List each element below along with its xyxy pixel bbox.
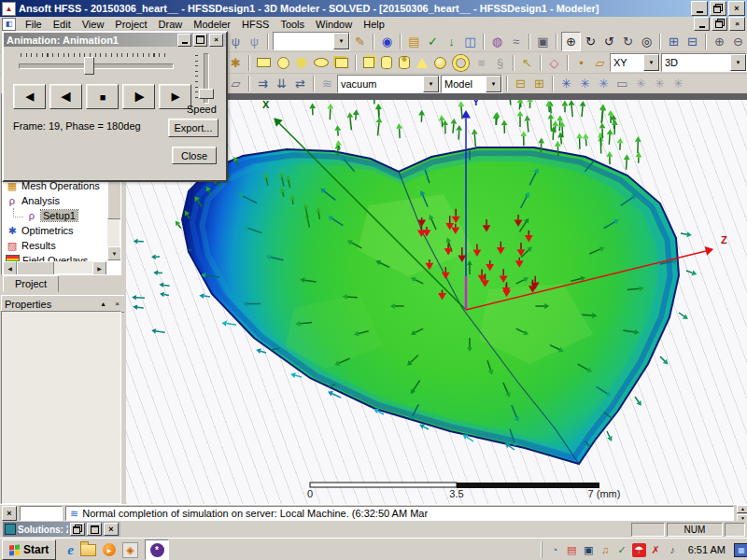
cs-combobox[interactable]: XY▼ bbox=[610, 53, 660, 72]
profile-icon[interactable]: ▤ bbox=[405, 33, 423, 50]
zoom-out-icon[interactable]: ⊖ bbox=[729, 33, 747, 50]
stop-button[interactable]: ■ bbox=[86, 84, 119, 109]
step-forward-button[interactable]: |▶ bbox=[122, 84, 155, 109]
offset-icon[interactable]: ▭ bbox=[613, 75, 631, 92]
tray-printer-error-icon[interactable]: ✗ bbox=[649, 543, 663, 557]
menu-draw[interactable]: Draw bbox=[153, 17, 189, 31]
tray-config-icon[interactable]: ◔ bbox=[548, 543, 562, 557]
solutions-close-button[interactable]: × bbox=[104, 523, 119, 536]
polyhedron-icon[interactable]: ◇ bbox=[545, 54, 563, 72]
tree-horizontal-scrollbar[interactable]: ◀ ▶ bbox=[3, 261, 106, 273]
zoom-original-icon[interactable]: ◎ bbox=[638, 33, 655, 50]
menu-modeler[interactable]: Modeler bbox=[188, 17, 236, 31]
menu-edit[interactable]: Edit bbox=[48, 17, 77, 31]
subtract-icon[interactable]: ⊟ bbox=[512, 75, 529, 92]
draw-plane-icon[interactable]: ▱ bbox=[591, 54, 609, 72]
tray-sound-icon[interactable]: ♪ bbox=[666, 543, 680, 557]
sweep-icon[interactable]: ≋ bbox=[318, 75, 336, 92]
analyze-all-icon[interactable]: ↓ bbox=[443, 33, 460, 50]
tray-antivirus-icon[interactable]: ☂ bbox=[632, 543, 646, 557]
close-message-window-button[interactable]: × bbox=[2, 506, 17, 521]
draw-spiral-icon[interactable]: § bbox=[491, 54, 509, 72]
solutions-minimized-window[interactable]: Solutions: 2... × bbox=[3, 522, 120, 537]
plot-icon[interactable]: ≈ bbox=[507, 33, 525, 50]
tray-removable-icon[interactable]: ✓ bbox=[615, 543, 629, 557]
chevron-down-icon[interactable]: ▼ bbox=[730, 54, 746, 71]
rotate-axis-icon[interactable]: ↺ bbox=[600, 33, 618, 50]
start-button[interactable]: Start bbox=[2, 539, 56, 560]
restore-button[interactable] bbox=[710, 1, 726, 16]
media-player-launcher-icon[interactable]: ▶ bbox=[103, 543, 116, 556]
close-panel-icon[interactable]: × bbox=[111, 299, 123, 310]
align-x-icon[interactable]: ✳ bbox=[632, 75, 650, 92]
tab-project[interactable]: Project bbox=[3, 275, 59, 292]
validation-icon[interactable]: ◉ bbox=[378, 33, 396, 50]
scroll-left-button[interactable]: ◀ bbox=[3, 261, 17, 275]
zoom-in-rect-icon[interactable]: ⊞ bbox=[665, 33, 683, 50]
chevron-down-icon[interactable]: ▼ bbox=[643, 54, 659, 71]
draw-circle-icon[interactable] bbox=[277, 57, 289, 69]
solution-data-icon[interactable]: ◫ bbox=[461, 33, 479, 50]
tree-vertical-scrollbar[interactable]: ▼ bbox=[107, 176, 120, 260]
rotate-copy-icon[interactable]: ✳ bbox=[576, 75, 594, 92]
menu-hfss[interactable]: HFSS bbox=[236, 17, 275, 31]
zoom-in-icon[interactable]: ⊕ bbox=[711, 33, 728, 50]
draw-tube-icon[interactable] bbox=[399, 56, 410, 69]
menu-help[interactable]: Help bbox=[358, 17, 390, 31]
scale-icon[interactable]: ✳ bbox=[595, 75, 613, 92]
scroll-down-button[interactable]: ▼ bbox=[107, 246, 121, 260]
folder-launcher-icon[interactable] bbox=[80, 544, 96, 556]
menu-view[interactable]: View bbox=[77, 17, 110, 31]
frame-slider[interactable] bbox=[19, 63, 174, 69]
mirror-icon[interactable]: ⇄ bbox=[291, 75, 309, 92]
child-close-button[interactable]: × bbox=[729, 17, 745, 31]
close-dialog-button[interactable]: Close bbox=[172, 147, 217, 164]
pan-icon[interactable]: ⊕ bbox=[561, 32, 581, 51]
scrollbar-thumb[interactable] bbox=[107, 176, 121, 219]
draw-ellipse-icon[interactable] bbox=[314, 58, 329, 67]
tree-item-analysis[interactable]: ρAnalysis bbox=[2, 193, 120, 208]
field-overlay-icon[interactable]: ◍ bbox=[488, 33, 506, 50]
collapse-panel-icon[interactable]: ▴ bbox=[97, 299, 109, 310]
draw-cylinder-icon[interactable] bbox=[381, 56, 392, 69]
dialog-minimize-button[interactable] bbox=[177, 34, 191, 47]
draw-polygon-icon[interactable] bbox=[296, 58, 307, 68]
grid-plane-icon[interactable]: ▱ bbox=[227, 75, 245, 92]
view-combobox[interactable]: 3D▼ bbox=[661, 53, 747, 72]
solutions-restore-button[interactable] bbox=[70, 523, 85, 536]
step-back-button[interactable]: ◀| bbox=[49, 84, 82, 109]
align-y-icon[interactable]: ✳ bbox=[651, 75, 669, 92]
message-spinner[interactable]: ▲ ▼ bbox=[737, 505, 747, 523]
dialog-close-button[interactable]: × bbox=[209, 34, 223, 47]
tray-blocked-icon[interactable]: ▤ bbox=[565, 543, 579, 557]
draw-point-icon[interactable]: • bbox=[572, 54, 590, 72]
boundary-display-icon[interactable]: ψ bbox=[246, 33, 263, 50]
draw-box-icon[interactable] bbox=[363, 57, 374, 68]
empty-combobox[interactable]: ▼ bbox=[273, 32, 350, 50]
coordinate-icon[interactable]: ✱ bbox=[227, 54, 245, 72]
menu-project[interactable]: Project bbox=[109, 17, 152, 31]
child-restore-button[interactable] bbox=[712, 17, 727, 31]
export-button[interactable]: Export... bbox=[168, 119, 218, 137]
menu-tools[interactable]: Tools bbox=[275, 17, 310, 31]
material-combobox[interactable]: vacuum▼ bbox=[337, 75, 440, 93]
validate-icon[interactable]: ✓ bbox=[424, 33, 442, 50]
menu-window[interactable]: Window bbox=[310, 17, 358, 31]
draw-helix-icon[interactable]: ≡ bbox=[472, 54, 490, 72]
solution-type-icon[interactable]: ψ bbox=[227, 33, 245, 50]
duplicate-around-icon[interactable]: ⇊ bbox=[273, 75, 290, 92]
edit-sources-icon[interactable]: ✎ bbox=[351, 33, 369, 50]
cad-app-launcher-icon[interactable]: ◈ bbox=[122, 542, 138, 558]
select-icon[interactable]: ↖ bbox=[518, 54, 536, 72]
draw-sphere-icon[interactable] bbox=[434, 57, 446, 69]
child-minimize-button[interactable] bbox=[694, 17, 710, 31]
ie-launcher-icon[interactable]: e bbox=[67, 542, 74, 558]
solutions-maximize-button[interactable] bbox=[87, 523, 102, 536]
spin-up-icon[interactable]: ▲ bbox=[737, 505, 747, 513]
fit-view-icon[interactable]: ▣ bbox=[534, 33, 552, 50]
show-desktop-icon[interactable]: ▦ bbox=[734, 543, 747, 557]
chevron-down-icon[interactable]: ▼ bbox=[486, 76, 501, 92]
rotate-screen-icon[interactable]: ↻ bbox=[619, 33, 637, 50]
rotate-model-icon[interactable]: ↻ bbox=[582, 33, 599, 50]
mdi-child-icon[interactable]: ◧ bbox=[2, 18, 16, 31]
